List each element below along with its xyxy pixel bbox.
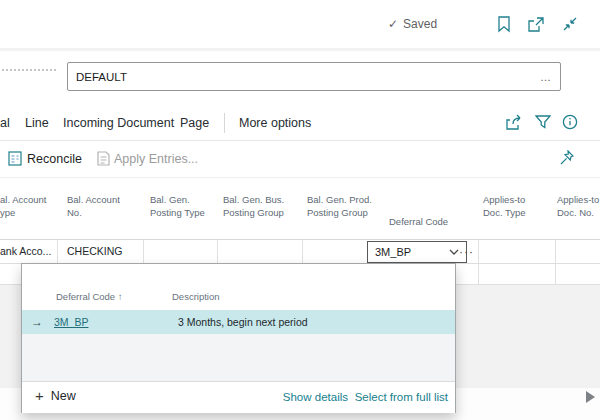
info-icon[interactable] [561, 113, 579, 131]
deferral-code-input[interactable]: 3M_BP [367, 241, 467, 263]
batch-name-value: DEFAULT [76, 71, 127, 83]
menu-item-incoming-document[interactable]: Incoming Document [63, 116, 174, 130]
open-in-window-icon[interactable] [527, 15, 545, 33]
column-header-bal-account-type[interactable]: al. Account ype [0, 193, 46, 219]
column-header-applies-to-doc-type[interactable]: Applies-to Doc. Type [483, 193, 526, 219]
deferral-lookup-panel: Deferral Code ↑ Description → 3M_BP 3 Mo… [21, 263, 456, 413]
header-divider [0, 48, 600, 51]
pin-icon[interactable] [558, 150, 574, 166]
reconcile-icon [7, 150, 23, 166]
deferral-code-link[interactable]: 3M_BP [54, 316, 88, 328]
saved-status: ✓ Saved [388, 17, 437, 31]
cell-bal-account-no[interactable]: CHECKING [67, 245, 122, 257]
selected-row-arrow-icon: → [31, 315, 43, 329]
menubar-separator [224, 113, 225, 133]
show-details-link[interactable]: Show details [283, 391, 348, 403]
reconcile-button[interactable]: Reconcile [27, 152, 82, 166]
filter-icon[interactable] [534, 113, 552, 131]
menubar-divider [0, 140, 600, 141]
field-label-leader [2, 69, 56, 71]
menu-item-page[interactable]: Page [180, 116, 209, 130]
lookup-header-description[interactable]: Description [172, 291, 220, 302]
gridline [478, 240, 479, 284]
bookmark-icon[interactable] [495, 15, 513, 33]
gridline [0, 239, 600, 240]
new-button[interactable]: + New [35, 389, 76, 403]
scroll-right-arrow-icon[interactable] [586, 391, 595, 403]
lookup-header-deferral-code[interactable]: Deferral Code ↑ [56, 291, 123, 302]
new-button-label: New [51, 389, 76, 403]
apply-entries-button[interactable]: Apply Entries... [114, 152, 198, 166]
column-header-bal-gen-bus-posting-group[interactable]: Bal. Gen. Bus. Posting Group [223, 193, 284, 219]
journal-page: ✓ Saved DEFAULT … al Line Incoming Docum… [0, 0, 600, 420]
lookup-empty-area [22, 334, 455, 381]
deferral-code-value: 3M_BP [375, 246, 411, 258]
column-header-bal-gen-prod-posting-group[interactable]: Bal. Gen. Prod. Posting Group [307, 193, 372, 219]
menu-item-more-options[interactable]: More options [239, 116, 311, 130]
column-header-bal-account-no[interactable]: Bal. Account No. [67, 193, 120, 219]
select-from-full-list-link[interactable]: Select from full list [355, 391, 448, 403]
checkmark-icon: ✓ [388, 17, 398, 31]
saved-label: Saved [403, 17, 437, 31]
share-icon[interactable] [504, 113, 522, 131]
gridline [555, 240, 556, 284]
cell-bal-account-type[interactable]: ank Acco... [0, 245, 54, 257]
plus-icon: + [35, 389, 44, 403]
column-header-applies-to-doc-no[interactable]: Applies-to Doc. No. [557, 193, 599, 219]
column-header-deferral-code[interactable]: Deferral Code [389, 215, 448, 228]
toolbar-divider [0, 177, 600, 178]
lookup-footer: + New Show details Select from full list [22, 381, 455, 413]
assist-edit-icon[interactable]: … [540, 71, 552, 83]
batch-name-input[interactable]: DEFAULT … [67, 62, 561, 91]
deferral-description: 3 Months, begin next period [178, 316, 308, 328]
collapse-icon[interactable] [561, 15, 579, 33]
column-header-bal-gen-posting-type[interactable]: Bal. Gen. Posting Type [150, 193, 205, 219]
menu-item-line[interactable]: Line [25, 116, 49, 130]
apply-entries-icon [95, 150, 111, 166]
assist-edit-button[interactable]: ··· [455, 243, 478, 261]
lookup-row-selected[interactable]: → 3M_BP 3 Months, begin next period [22, 310, 455, 334]
menu-item-journal[interactable]: al [0, 116, 10, 130]
